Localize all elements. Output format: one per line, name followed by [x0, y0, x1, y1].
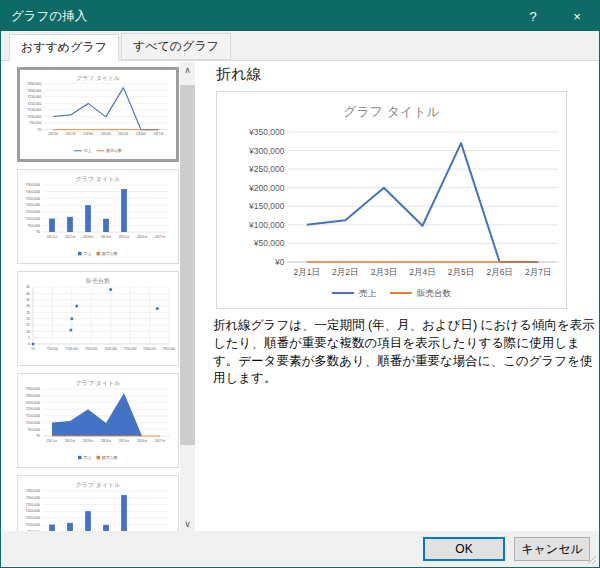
- svg-text:35: 35: [26, 298, 30, 302]
- svg-text:5: 5: [28, 336, 30, 340]
- svg-text:¥100,000: ¥100,000: [26, 217, 40, 221]
- svg-text:2月1日: 2月1日: [47, 235, 58, 239]
- svg-text:¥350,000: ¥350,000: [248, 127, 285, 137]
- thumbnail-line-chart[interactable]: グラフ タイトル¥0¥50,000¥100,000¥150,000¥200,00…: [17, 67, 179, 162]
- svg-text:2月5日: 2月5日: [119, 439, 130, 443]
- svg-text:¥250,000: ¥250,000: [26, 401, 40, 405]
- svg-text:2月2日: 2月2日: [65, 439, 76, 443]
- tab-all-charts[interactable]: すべてのグラフ: [121, 33, 231, 60]
- footer-bar: OK キャンセル: [1, 531, 599, 567]
- svg-text:30: 30: [26, 304, 30, 308]
- chart-description: 折れ線グラフは、一定期間 (年、月、および日) における傾向を表示したり、順番が…: [213, 317, 597, 388]
- svg-text:¥350,000: ¥350,000: [163, 347, 176, 351]
- close-icon[interactable]: ×: [555, 1, 599, 31]
- svg-text:2月6日: 2月6日: [137, 439, 148, 443]
- svg-text:¥200,000: ¥200,000: [248, 183, 285, 193]
- svg-text:10: 10: [26, 330, 30, 334]
- svg-text:販売台数: 販売台数: [106, 148, 122, 153]
- svg-text:2月7日: 2月7日: [155, 439, 166, 443]
- thumbnail-column-chart[interactable]: グラフ タイトル¥0¥50,000¥100,000¥150,000¥200,00…: [17, 169, 179, 264]
- main-chart-preview: グラフ タイトル¥0¥50,000¥100,000¥150,000¥200,00…: [217, 92, 566, 308]
- svg-text:販売台数: 販売台数: [86, 277, 110, 285]
- svg-text:¥150,000: ¥150,000: [26, 210, 40, 214]
- svg-text:2月6日: 2月6日: [137, 235, 148, 239]
- svg-text:¥0: ¥0: [31, 347, 35, 351]
- scatter-chart-preview: 販売台数051015202530354045¥0¥50,000¥100,000¥…: [20, 274, 176, 363]
- svg-text:40: 40: [26, 292, 30, 296]
- svg-text:グラフ タイトル: グラフ タイトル: [76, 482, 122, 488]
- svg-text:2月2日: 2月2日: [65, 235, 76, 239]
- svg-text:45: 45: [26, 285, 30, 289]
- chart-thumbnail-list: グラフ タイトル¥0¥50,000¥100,000¥150,000¥200,00…: [17, 67, 179, 531]
- thumbnail-scatter-chart[interactable]: 販売台数051015202530354045¥0¥50,000¥100,000¥…: [17, 271, 179, 366]
- svg-text:¥300,000: ¥300,000: [248, 146, 285, 156]
- svg-text:販売台数: 販売台数: [102, 455, 118, 460]
- help-icon[interactable]: ?: [511, 1, 555, 31]
- resize-grip[interactable]: [586, 554, 597, 565]
- svg-text:¥150,000: ¥150,000: [26, 414, 40, 418]
- svg-text:2月3日: 2月3日: [83, 439, 94, 443]
- title-bar[interactable]: グラフの挿入 ? ×: [1, 1, 599, 31]
- svg-text:2月7日: 2月7日: [153, 132, 163, 136]
- svg-text:¥100,000: ¥100,000: [248, 220, 285, 230]
- svg-text:¥300,000: ¥300,000: [143, 347, 156, 351]
- svg-text:0: 0: [28, 342, 30, 346]
- column-chart-2-preview: グラフ タイトル¥0¥50,000¥100,000¥150,000¥200,00…: [20, 478, 176, 531]
- svg-text:¥150,000: ¥150,000: [248, 201, 285, 211]
- svg-text:¥100,000: ¥100,000: [26, 523, 40, 527]
- svg-text:2月1日: 2月1日: [47, 439, 58, 443]
- scroll-up-icon[interactable]: ∧: [180, 62, 195, 78]
- tab-recommended-charts[interactable]: おすすめグラフ: [9, 34, 119, 61]
- svg-text:¥0: ¥0: [36, 434, 40, 438]
- svg-text:¥0: ¥0: [38, 128, 42, 132]
- svg-text:2月1日: 2月1日: [294, 267, 320, 277]
- thumbnail-scrollbar[interactable]: ∧ ∨: [180, 62, 195, 532]
- svg-text:¥350,000: ¥350,000: [26, 387, 40, 391]
- svg-text:2月7日: 2月7日: [155, 235, 166, 239]
- svg-text:2月3日: 2月3日: [371, 267, 397, 277]
- svg-text:¥100,000: ¥100,000: [26, 421, 40, 425]
- svg-text:2月4日: 2月4日: [409, 267, 435, 277]
- svg-text:¥300,000: ¥300,000: [26, 496, 40, 500]
- thumbnail-column-chart-2[interactable]: グラフ タイトル¥0¥50,000¥100,000¥150,000¥200,00…: [17, 475, 179, 531]
- svg-text:2月6日: 2月6日: [486, 267, 512, 277]
- svg-text:¥350,000: ¥350,000: [26, 183, 40, 187]
- svg-text:¥50,000: ¥50,000: [47, 347, 58, 351]
- svg-text:2月2日: 2月2日: [332, 267, 358, 277]
- scrollbar-thumb[interactable]: [180, 85, 195, 445]
- svg-text:グラフ タイトル: グラフ タイトル: [76, 176, 122, 182]
- svg-text:2月4日: 2月4日: [101, 439, 112, 443]
- svg-text:¥200,000: ¥200,000: [26, 203, 40, 207]
- svg-text:2月3日: 2月3日: [83, 132, 93, 136]
- ok-button[interactable]: OK: [423, 537, 505, 561]
- chart-preview-box: グラフ タイトル¥0¥50,000¥100,000¥150,000¥200,00…: [216, 91, 567, 309]
- svg-text:グラフ タイトル: グラフ タイトル: [76, 380, 122, 386]
- svg-text:¥150,000: ¥150,000: [26, 516, 40, 520]
- tab-strip: おすすめグラフ すべてのグラフ: [1, 31, 599, 61]
- svg-text:グラフ タイトル: グラフ タイトル: [343, 104, 440, 119]
- thumbnail-area-chart[interactable]: グラフ タイトル¥0¥50,000¥100,000¥150,000¥200,00…: [17, 373, 179, 468]
- svg-text:¥50,000: ¥50,000: [28, 224, 40, 228]
- svg-text:¥150,000: ¥150,000: [27, 108, 41, 112]
- svg-text:¥300,000: ¥300,000: [27, 89, 41, 93]
- svg-text:2月1日: 2月1日: [48, 132, 58, 136]
- svg-text:¥250,000: ¥250,000: [248, 164, 285, 174]
- dialog-title: グラフの挿入: [1, 8, 511, 25]
- svg-text:15: 15: [26, 323, 30, 327]
- svg-text:¥50,000: ¥50,000: [253, 238, 285, 248]
- svg-text:2月3日: 2月3日: [83, 235, 94, 239]
- svg-text:販売台数: 販売台数: [417, 288, 452, 298]
- svg-text:¥100,000: ¥100,000: [66, 347, 79, 351]
- line-chart-preview: グラフ タイトル¥0¥50,000¥100,000¥150,000¥200,00…: [21, 71, 175, 158]
- svg-text:25: 25: [26, 311, 30, 315]
- svg-text:¥350,000: ¥350,000: [27, 82, 41, 86]
- svg-text:2月4日: 2月4日: [101, 235, 112, 239]
- svg-text:¥200,000: ¥200,000: [104, 347, 117, 351]
- svg-text:¥350,000: ¥350,000: [26, 489, 40, 493]
- svg-text:2月4日: 2月4日: [101, 132, 111, 136]
- svg-text:売上: 売上: [84, 148, 92, 153]
- column-chart-preview: グラフ タイトル¥0¥50,000¥100,000¥150,000¥200,00…: [20, 172, 176, 261]
- scroll-down-icon[interactable]: ∨: [180, 516, 195, 532]
- cancel-button[interactable]: キャンセル: [514, 537, 590, 561]
- insert-chart-dialog: グラフの挿入 ? × おすすめグラフ すべてのグラフ グラフ タイトル¥0¥50…: [0, 0, 600, 568]
